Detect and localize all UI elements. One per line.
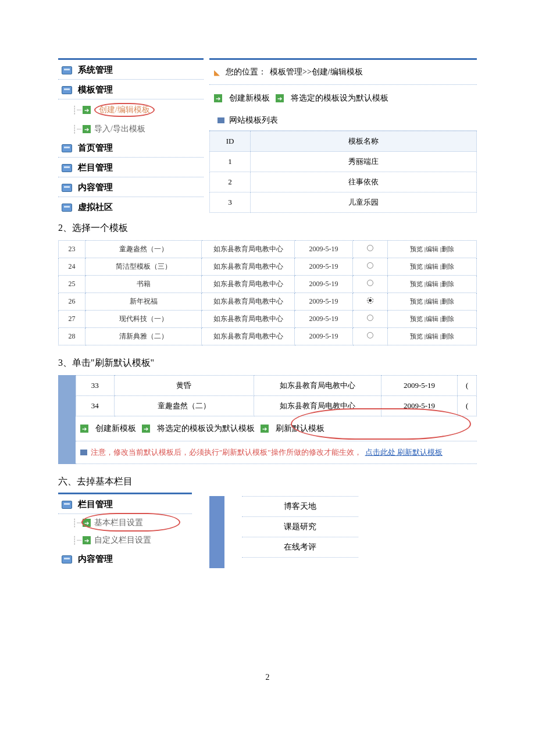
cell-name: 童趣盎然（一） (85, 241, 202, 258)
nav-label: 栏目管理 (78, 162, 113, 173)
cell-radio[interactable] (353, 311, 388, 328)
nav-content-manage[interactable]: 内容管理 (58, 549, 192, 568)
arrow-icon (276, 94, 284, 102)
nav-template[interactable]: 模板管理 (58, 80, 204, 99)
note-text: 注意，修改当前默认模板后，必须执行"刷新默认模板"操作所做的修改才能生效， (91, 447, 362, 458)
cell-id: 33 (76, 376, 115, 396)
table-row[interactable]: 3儿童乐园 (210, 192, 477, 213)
cell-actions[interactable]: 预览 |编辑 |删除 (388, 258, 477, 276)
cell-radio[interactable] (353, 258, 388, 276)
radio-icon[interactable] (367, 262, 373, 269)
set-default-button[interactable]: 将选定的模板设为默认模板 (276, 93, 388, 104)
cell-date: 2009-5-19 (295, 293, 353, 311)
refresh-panel: 33 黄昏 如东县教育局电教中心 2009-5-19 ( 34 童趣盎然（二） … (58, 375, 477, 464)
section-6: 栏目管理 ┊┈ 基本栏目设置 ┊┈ 自定义栏目设置 内容管理 博客天地 课题研究… (58, 493, 477, 568)
refresh-table: 33 黄昏 如东县教育局电教中心 2009-5-19 ( 34 童趣盎然（二） … (76, 375, 477, 416)
table-row[interactable]: 23 童趣盎然（一） 如东县教育局电教中心 2009-5-19 预览 |编辑 |… (59, 241, 477, 258)
cell-publisher: 如东县教育局电教中心 (202, 293, 295, 311)
folder-icon (62, 164, 72, 172)
note-icon (80, 450, 87, 455)
toolbar: 创建新模板 将选定的模板设为默认模板 刷新默认模板 (76, 416, 477, 441)
nav-label: 模板管理 (78, 84, 113, 95)
column-list: 博客天地 课题研究 在线考评 (242, 496, 358, 568)
cell-actions[interactable]: 预览 |编辑 |删除 (388, 311, 477, 328)
cell-radio[interactable] (353, 328, 388, 345)
right-panel: 33 黄昏 如东县教育局电教中心 2009-5-19 ( 34 童趣盎然（二） … (76, 375, 477, 464)
sidebar-columns: 栏目管理 ┊┈ 基本栏目设置 ┊┈ 自定义栏目设置 内容管理 (58, 493, 192, 568)
radio-icon[interactable] (367, 245, 373, 251)
nav-label: 系统管理 (78, 65, 113, 76)
section-6-title: 六、去掉基本栏目 (58, 476, 477, 488)
table-row[interactable]: 27 现代科技（一） 如东县教育局电教中心 2009-5-19 预览 |编辑 |… (59, 311, 477, 328)
note: 注意，修改当前默认模板后，必须执行"刷新默认模板"操作所做的修改才能生效， 点击… (76, 441, 477, 464)
table-row[interactable]: 25 书籍 如东县教育局电教中心 2009-5-19 预览 |编辑 |删除 (59, 276, 477, 293)
nav-homepage[interactable]: 首页管理 (58, 138, 204, 158)
nav-content[interactable]: 内容管理 (58, 177, 204, 197)
list-item[interactable]: 在线考评 (242, 537, 358, 558)
cell-extra: ( (458, 396, 477, 416)
table-row[interactable]: 2往事依依 (210, 172, 477, 192)
cell-radio[interactable] (353, 241, 388, 258)
cell-date: 2009-5-19 (381, 376, 457, 396)
cell-extra: ( (458, 376, 477, 396)
create-template-button[interactable]: 创建新模板 (80, 423, 136, 434)
cell-id: 24 (59, 258, 85, 276)
folder-icon (62, 555, 72, 564)
nav-community[interactable]: 虚拟社区 (58, 197, 204, 216)
cell-radio[interactable] (353, 276, 388, 293)
template-manage-panel: 系统管理 模板管理 ┊┈ 创建/编辑模板 ┊┈ 导入/导出模板 首页管理 栏目管… (58, 58, 477, 216)
table-row[interactable]: 26 新年祝福 如东县教育局电教中心 2009-5-19 预览 |编辑 |删除 (59, 293, 477, 311)
arrow-icon (261, 425, 269, 433)
sidebar-nav: 系统管理 模板管理 ┊┈ 创建/编辑模板 ┊┈ 导入/导出模板 首页管理 栏目管… (58, 58, 204, 216)
cell-actions[interactable]: 预览 |编辑 |删除 (388, 328, 477, 345)
folder-icon (62, 184, 72, 192)
cell-actions[interactable]: 预览 |编辑 |删除 (388, 293, 477, 311)
table-row[interactable]: 24 简洁型模板（三） 如东县教育局电教中心 2009-5-19 预览 |编辑 … (59, 258, 477, 276)
radio-icon[interactable] (367, 280, 373, 286)
sub-create-edit[interactable]: ┊┈ 创建/编辑模板 (58, 99, 204, 120)
table-row[interactable]: 28 清新典雅（二） 如东县教育局电教中心 2009-5-19 预览 |编辑 |… (59, 328, 477, 345)
nav-column[interactable]: 栏目管理 (58, 158, 204, 177)
sub-label: 创建/编辑模板 (94, 103, 155, 117)
set-default-button[interactable]: 将选定的模板设为默认模板 (142, 423, 255, 434)
arrow-icon (142, 425, 150, 433)
tree-icon: ┊┈ (72, 105, 81, 115)
btn-label: 将选定的模板设为默认模板 (291, 93, 388, 104)
tree-icon: ┊┈ (72, 518, 81, 528)
sub-custom-column[interactable]: ┊┈ 自定义栏目设置 (58, 532, 192, 549)
sub-import-export[interactable]: ┊┈ 导入/导出模板 (58, 120, 204, 138)
radio-icon[interactable] (367, 315, 373, 321)
toolbar: 创建新模板 将选定的模板设为默认模板 (209, 85, 477, 108)
main6: 博客天地 课题研究 在线考评 (209, 496, 477, 568)
arrow-icon (214, 94, 222, 102)
cell-publisher: 如东县教育局电教中心 (202, 328, 295, 345)
template-list-table: ID 模板名称 1秀丽端庄 2往事依依 3儿童乐园 (209, 131, 477, 213)
list-item[interactable]: 博客天地 (242, 497, 358, 517)
table-row[interactable]: 33 黄昏 如东县教育局电教中心 2009-5-19 ( (76, 376, 477, 396)
arrow-icon (83, 106, 91, 114)
table-header-row: ID 模板名称 (210, 131, 477, 152)
sub-basic-column[interactable]: ┊┈ 基本栏目设置 (58, 514, 192, 532)
nav-system[interactable]: 系统管理 (58, 60, 204, 80)
list-header: 网站模板列表 (209, 108, 477, 131)
radio-icon[interactable] (367, 297, 373, 304)
table-row[interactable]: 1秀丽端庄 (210, 152, 477, 172)
step-3-text: 3、单击"刷新默认模板" (58, 357, 477, 369)
create-template-button[interactable]: 创建新模板 (214, 93, 270, 104)
table-row[interactable]: 34 童趣盎然（二） 如东县教育局电教中心 2009-5-19 ( (76, 396, 477, 416)
refresh-default-button[interactable]: 刷新默认模板 (261, 423, 324, 434)
cell-radio[interactable] (353, 293, 388, 311)
cell-id: 34 (76, 396, 115, 416)
breadcrumb: 您的位置： 模板管理>>创建/编辑模板 (209, 60, 477, 85)
list-item[interactable]: 课题研究 (242, 517, 358, 537)
arrow-icon (80, 425, 88, 433)
arrow-icon (83, 536, 91, 544)
cell-actions[interactable]: 预览 |编辑 |删除 (388, 241, 477, 258)
list-icon (217, 117, 224, 123)
nav-column-manage[interactable]: 栏目管理 (58, 494, 192, 514)
cell-publisher: 如东县教育局电教中心 (202, 311, 295, 328)
note-link[interactable]: 点击此处 刷新默认模板 (365, 447, 443, 458)
tree-icon: ┊┈ (72, 124, 81, 134)
cell-actions[interactable]: 预览 |编辑 |删除 (388, 276, 477, 293)
radio-icon[interactable] (367, 332, 373, 338)
